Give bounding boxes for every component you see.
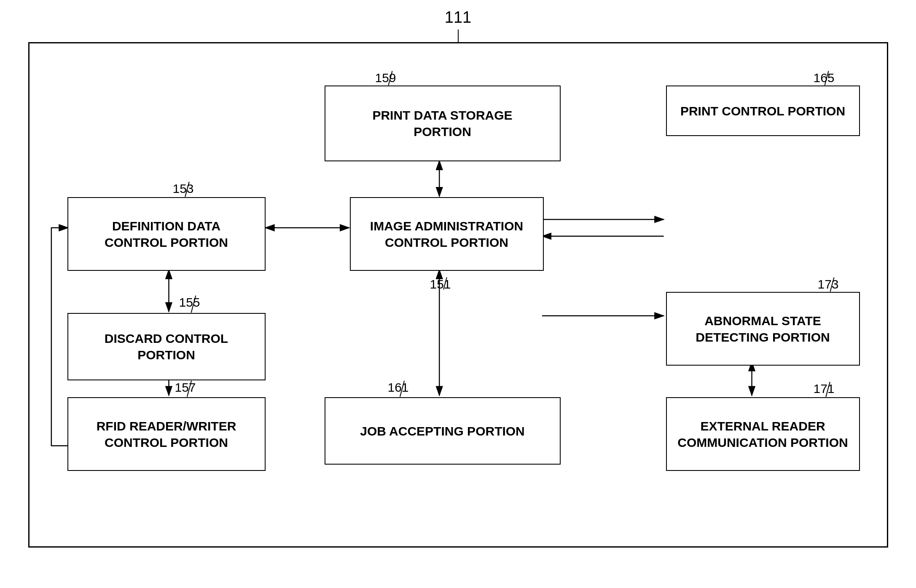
ref-159: 159 bbox=[375, 71, 396, 85]
ref-155: 155 bbox=[179, 295, 200, 310]
job-accepting-label: JOB ACCEPTING PORTION bbox=[360, 423, 525, 439]
discard-control-block: DISCARD CONTROL PORTION bbox=[67, 313, 266, 380]
outer-box: PRINT DATA STORAGE PORTION 159 PRINT CON… bbox=[28, 42, 888, 548]
image-admin-control-block: IMAGE ADMINISTRATION CONTROL PORTION bbox=[350, 197, 544, 271]
ref-151: 151 bbox=[430, 277, 451, 291]
print-control-label: PRINT CONTROL PORTION bbox=[680, 103, 845, 119]
abnormal-state-label: ABNORMAL STATE DETECTING PORTION bbox=[696, 313, 830, 345]
external-reader-label: EXTERNAL READER COMMUNICATION PORTION bbox=[677, 418, 848, 451]
discard-control-label: DISCARD CONTROL PORTION bbox=[105, 330, 228, 363]
image-admin-control-label: IMAGE ADMINISTRATION CONTROL PORTION bbox=[370, 218, 523, 251]
print-data-storage-block: PRINT DATA STORAGE PORTION bbox=[325, 86, 561, 161]
print-data-storage-label: PRINT DATA STORAGE PORTION bbox=[372, 107, 512, 140]
rfid-reader-block: RFID READER/WRITER CONTROL PORTION bbox=[67, 397, 266, 471]
definition-data-control-label: DEFINITION DATA CONTROL PORTION bbox=[105, 218, 228, 251]
external-reader-block: EXTERNAL READER COMMUNICATION PORTION bbox=[666, 397, 860, 471]
main-ref-label: 111 bbox=[445, 8, 471, 27]
ref-153: 153 bbox=[173, 182, 194, 196]
bracket-line bbox=[458, 29, 459, 42]
job-accepting-block: JOB ACCEPTING PORTION bbox=[325, 397, 561, 465]
diagram-container: 111 bbox=[16, 8, 901, 564]
abnormal-state-block: ABNORMAL STATE DETECTING PORTION bbox=[666, 292, 860, 366]
rfid-reader-label: RFID READER/WRITER CONTROL PORTION bbox=[97, 418, 236, 451]
ref-165: 165 bbox=[814, 71, 835, 85]
ref-161: 161 bbox=[388, 380, 409, 395]
ref-171: 171 bbox=[814, 382, 835, 396]
definition-data-control-block: DEFINITION DATA CONTROL PORTION bbox=[67, 197, 266, 271]
ref-173: 173 bbox=[818, 277, 839, 291]
print-control-block: PRINT CONTROL PORTION bbox=[666, 86, 860, 136]
ref-157: 157 bbox=[175, 380, 196, 395]
